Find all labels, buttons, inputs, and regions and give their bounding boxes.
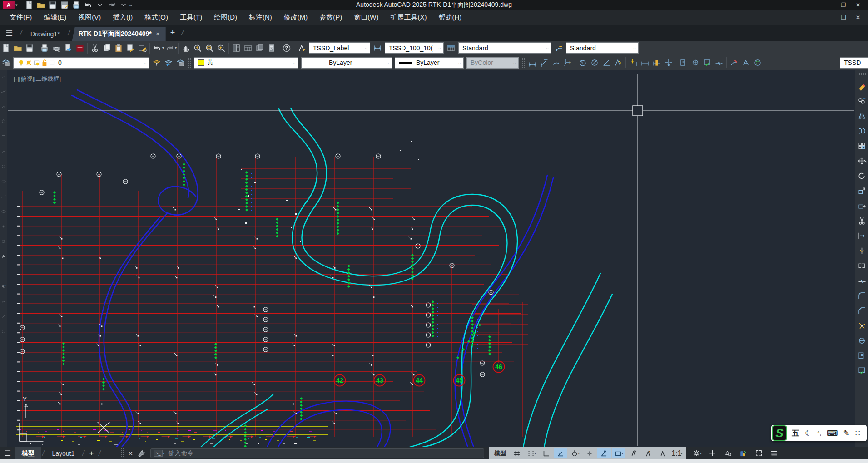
undo-icon[interactable] <box>83 1 93 9</box>
dim14-icon[interactable] <box>701 57 713 69</box>
matchprop-icon[interactable] <box>124 42 136 54</box>
circle-icon[interactable] <box>1 164 6 169</box>
punctuation-icon[interactable]: °, <box>814 430 824 437</box>
otrack-toggle[interactable] <box>583 448 596 458</box>
paste-icon[interactable] <box>113 42 124 54</box>
handwriting-icon[interactable]: ✎ <box>841 429 853 438</box>
sun-icon[interactable] <box>25 59 33 67</box>
command-prompt-icon[interactable]: >_ <box>154 450 163 457</box>
preview-icon[interactable] <box>50 42 62 54</box>
doc-close-button[interactable]: ✕ <box>853 14 863 21</box>
menu-file[interactable]: 文件(F) <box>4 10 38 25</box>
explode-icon[interactable] <box>857 321 867 330</box>
polar-toggle[interactable] <box>554 448 567 458</box>
open-icon[interactable] <box>36 1 46 9</box>
dim18-icon[interactable] <box>752 57 764 69</box>
keyboard-icon[interactable]: ⌨ <box>824 429 841 438</box>
annvis-toggle[interactable] <box>626 448 640 458</box>
save-icon[interactable] <box>48 1 58 9</box>
plus-button[interactable] <box>707 448 718 459</box>
lineweight-combo[interactable]: ByLayer ⌄ <box>395 57 464 69</box>
lock-icon[interactable] <box>40 59 48 67</box>
dim11-icon[interactable] <box>663 57 675 69</box>
fullscreen-button[interactable] <box>754 448 764 459</box>
tssd-combo[interactable]: TSSD_ <box>840 57 868 69</box>
zoomrt-icon[interactable] <box>192 42 203 54</box>
cut-icon[interactable] <box>89 42 101 54</box>
gridtog-icon[interactable] <box>1 269 6 274</box>
command-close-icon[interactable]: ✕ <box>125 450 136 457</box>
menu-help[interactable]: 帮助(H) <box>432 10 467 25</box>
dd-icon[interactable] <box>119 1 129 9</box>
dim5-icon[interactable] <box>589 57 600 69</box>
isolate-button[interactable] <box>723 448 734 459</box>
new-icon[interactable] <box>24 1 34 9</box>
dim12-icon[interactable] <box>678 57 689 69</box>
tab-close-icon[interactable]: × <box>156 31 159 37</box>
menu-draw[interactable]: 绘图(D) <box>208 10 243 25</box>
menu-modify[interactable]: 修改(M) <box>278 10 314 25</box>
customize-command-icon[interactable] <box>136 448 148 459</box>
make-layer-current-icon[interactable] <box>151 57 163 69</box>
mleader-style-icon[interactable] <box>553 42 565 54</box>
spline-icon[interactable] <box>1 194 6 199</box>
menu-format[interactable]: 格式(O) <box>139 10 174 25</box>
mirror-icon[interactable] <box>857 111 867 121</box>
moon-icon[interactable]: ☾ <box>802 429 814 438</box>
annauto-toggle[interactable] <box>641 448 655 458</box>
move-icon[interactable] <box>857 156 867 166</box>
breakpt-icon[interactable] <box>857 246 867 256</box>
doc-minimize-button[interactable]: – <box>823 14 834 21</box>
rect-icon[interactable] <box>1 134 6 139</box>
breakm-icon[interactable] <box>857 261 867 271</box>
new-tab-button[interactable]: + <box>166 28 180 38</box>
dim9-icon[interactable] <box>639 57 651 69</box>
toolbar-grip[interactable] <box>188 57 191 68</box>
sogou-logo-icon[interactable]: S <box>772 425 787 441</box>
joinm-icon[interactable] <box>857 276 867 286</box>
new-icon[interactable] <box>0 42 12 54</box>
calc-icon[interactable] <box>266 42 278 54</box>
menu-view[interactable]: 视图(V) <box>72 10 107 25</box>
command-line-input[interactable]: >_ ▾ 键入命令 <box>150 448 484 458</box>
undo-icon[interactable] <box>151 42 163 54</box>
copy-icon[interactable] <box>101 42 113 54</box>
polygon-icon[interactable] <box>1 119 6 124</box>
layout-menu-icon[interactable]: ☰ <box>0 449 15 458</box>
toolbar-grip[interactable] <box>857 72 866 76</box>
ellipse-icon[interactable] <box>1 209 6 214</box>
dim14-icon[interactable] <box>857 366 867 375</box>
plot-icon[interactable] <box>71 1 81 9</box>
menu-parametric[interactable]: 参数(P) <box>313 10 348 25</box>
isodraft-toggle[interactable]: ▾ <box>568 448 582 458</box>
dim16-icon[interactable] <box>728 57 740 69</box>
gear-button[interactable]: ▾ <box>692 448 703 459</box>
autocad-logo[interactable]: A <box>3 1 15 9</box>
zoomwin-icon[interactable] <box>203 42 215 54</box>
plot-icon[interactable] <box>39 42 50 54</box>
restore-button[interactable]: ❐ <box>838 2 849 8</box>
array-icon[interactable] <box>857 141 867 151</box>
minimize-button[interactable]: – <box>823 2 834 8</box>
menu-insert[interactable]: 插入(I) <box>107 10 139 25</box>
publish-icon[interactable] <box>62 42 74 54</box>
revcloud-icon[interactable] <box>1 179 6 184</box>
dim13-icon[interactable] <box>689 57 701 69</box>
hatch-icon[interactable] <box>1 239 6 244</box>
copym-icon[interactable] <box>857 96 867 106</box>
text-style-combo[interactable]: TSSD_Label ⌄ <box>309 42 370 54</box>
layer-combo[interactable]: 0 ⌄ <box>13 57 149 69</box>
menu-express-tools[interactable]: 扩展工具(X) <box>384 10 432 25</box>
chamferm-icon[interactable] <box>857 306 867 315</box>
redo-icon[interactable] <box>164 42 176 54</box>
redo-icon[interactable] <box>107 1 117 9</box>
table-style-combo[interactable]: Standard ⌄ <box>458 42 551 54</box>
trim-icon[interactable] <box>857 216 867 226</box>
linetype-combo[interactable]: ByLayer ⌄ <box>301 57 392 69</box>
file-tab-menu-icon[interactable]: ☰ <box>0 25 18 41</box>
help-icon[interactable] <box>281 42 293 54</box>
layer-properties-icon[interactable] <box>0 57 12 69</box>
swatch-icon[interactable] <box>48 59 56 67</box>
pline-icon[interactable] <box>1 104 6 109</box>
menu-window[interactable]: 窗口(W) <box>348 10 384 25</box>
